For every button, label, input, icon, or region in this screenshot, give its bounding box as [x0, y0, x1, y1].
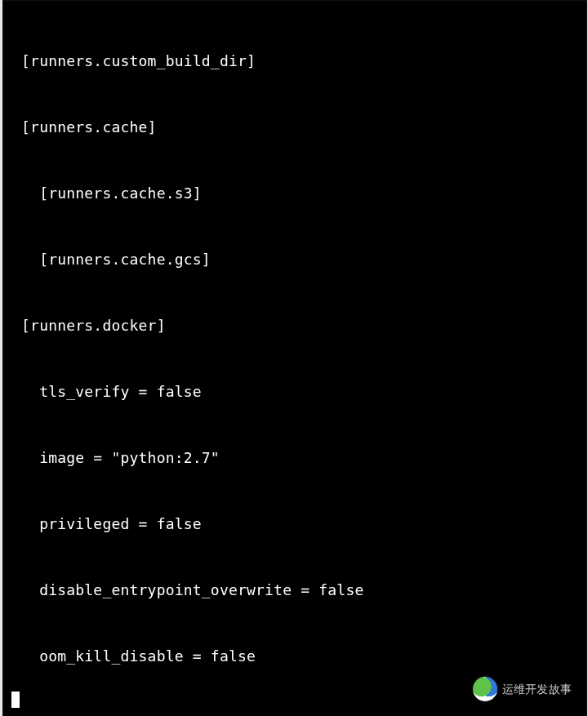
config-line: [runners.docker] — [3, 314, 586, 336]
config-line: privileged = false — [3, 513, 586, 535]
watermark-badge: 运维开发故事 — [473, 677, 572, 701]
terminal-window: [runners.custom_build_dir] [runners.cach… — [2, 0, 587, 716]
config-line: tls_verify = false — [3, 380, 586, 402]
config-line: oom_kill_disable = false — [3, 645, 586, 667]
config-line: disable_cache = false — [3, 711, 586, 716]
config-line: [runners.custom_build_dir] — [3, 50, 586, 72]
terminal-cursor — [11, 692, 20, 708]
config-line: [runners.cache.s3] — [3, 182, 586, 204]
config-line: image = "python:2.7" — [3, 447, 586, 469]
config-line: [runners.cache] — [3, 116, 586, 138]
watermark-text: 运维开发故事 — [502, 678, 572, 700]
wechat-logo-icon — [473, 677, 497, 701]
config-line: [runners.cache.gcs] — [3, 248, 586, 270]
config-line: disable_entrypoint_overwrite = false — [3, 579, 586, 601]
